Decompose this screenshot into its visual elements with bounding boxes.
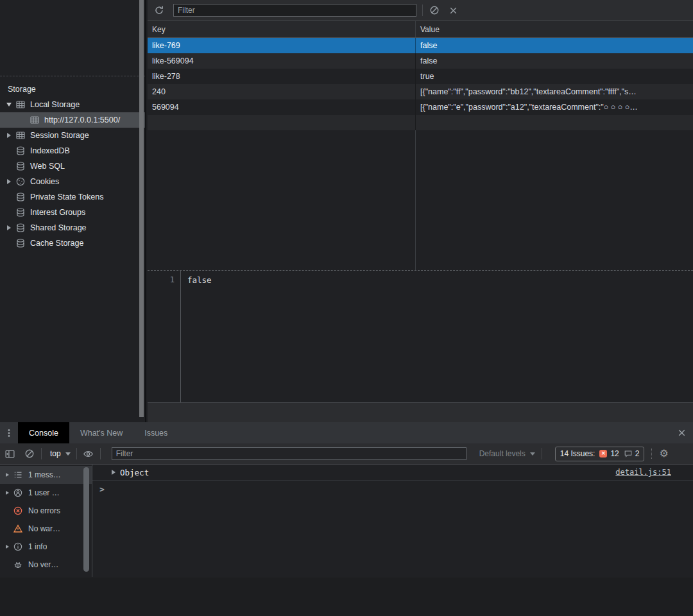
column-header-value[interactable]: Value <box>416 21 693 37</box>
toolbar-divider <box>41 448 42 459</box>
sidebar-item-label: 1 user … <box>28 488 60 497</box>
console-messages: Object detail.js:51 > <box>92 465 693 577</box>
console-sidebar-item-warnings[interactable]: No war… <box>0 520 92 538</box>
expand-arrow-icon[interactable] <box>4 99 14 110</box>
sidebar-item-web-sql[interactable]: Web SQL <box>0 158 145 174</box>
tree-item-label: Web SQL <box>30 162 65 171</box>
panel-footer-strip <box>148 402 693 422</box>
tree-item-label: Private State Tokens <box>30 193 103 201</box>
execution-context-selector[interactable]: top <box>47 449 71 458</box>
delete-selected-button[interactable] <box>429 4 440 16</box>
expand-arrow-placeholder <box>3 506 12 516</box>
source-location-link[interactable]: detail.js:51 <box>615 468 671 477</box>
issues-warning-count: 2 <box>635 449 640 458</box>
refresh-button[interactable] <box>153 4 165 16</box>
database-icon <box>15 238 26 248</box>
console-sidebar-item-info[interactable]: 1 info <box>0 538 92 556</box>
sidebar-item-localstorage-origin[interactable]: http://127.0.0.1:5500/ <box>0 112 145 128</box>
database-icon <box>15 207 26 218</box>
database-icon <box>15 192 26 202</box>
sidebar-item-indexeddb[interactable]: IndexedDB <box>0 143 145 158</box>
console-sidebar-item-messages[interactable]: 1 mess… <box>0 466 92 484</box>
sidebar-item-interest-groups[interactable]: Interest Groups <box>0 205 145 220</box>
expand-arrow-placeholder <box>3 524 12 534</box>
storage-filter-input[interactable] <box>173 4 416 17</box>
console-sidebar-item-user-messages[interactable]: 1 user … <box>0 484 92 502</box>
console-settings-button[interactable]: ⚙ <box>659 449 668 459</box>
table-row[interactable]: like-569094 false <box>148 53 693 69</box>
table-row[interactable]: 569094 [{"name":"e","password":"a12","te… <box>148 99 693 115</box>
table-icon <box>15 130 26 141</box>
console-sidebar-toggle-button[interactable] <box>4 448 15 459</box>
tab-whats-new[interactable]: What's New <box>69 422 133 443</box>
expand-arrow-icon[interactable] <box>3 542 12 552</box>
value-cell: false <box>416 38 693 53</box>
sidebar-item-cookies[interactable]: Cookies <box>0 174 145 189</box>
close-drawer-button[interactable] <box>677 422 687 443</box>
clear-console-button[interactable] <box>24 448 35 459</box>
drawer-tab-bar: Console What's New Issues <box>0 422 693 443</box>
issues-error-count: 12 <box>610 449 619 458</box>
console-sidebar-scrollbar[interactable] <box>83 467 89 572</box>
console-message-row[interactable]: Object detail.js:51 <box>92 465 693 481</box>
log-levels-dropdown[interactable]: Default levels <box>479 449 535 458</box>
local-storage-pane: Key Value like-769 false like-569094 fal… <box>148 0 693 422</box>
storage-section-title: Storage <box>0 76 145 97</box>
console-body: 1 mess… 1 user … No errors No war… <box>0 465 693 577</box>
sidebar-item-session-storage[interactable]: Session Storage <box>0 128 145 143</box>
log-levels-label: Default levels <box>479 449 526 458</box>
chevron-down-icon <box>530 452 535 456</box>
sidebar-item-cache-storage[interactable]: Cache Storage <box>0 235 145 251</box>
expand-arrow-icon[interactable] <box>3 488 12 498</box>
table-row[interactable]: like-769 false <box>148 38 693 53</box>
console-prompt[interactable]: > <box>92 481 693 494</box>
expand-arrow-icon[interactable] <box>4 130 14 141</box>
table-row[interactable]: 240 [{"name":"ff","password":"bb12","tex… <box>148 84 693 99</box>
tree-item-label: Cookies <box>30 177 59 186</box>
toolbar-divider <box>422 4 423 16</box>
console-object-text[interactable]: Object <box>120 468 149 477</box>
live-expression-button[interactable] <box>83 448 94 459</box>
clear-all-button[interactable] <box>447 4 459 16</box>
console-sidebar-item-verbose[interactable]: No ver… <box>0 556 92 574</box>
warning-icon <box>13 524 23 534</box>
sidebar-item-local-storage[interactable]: Local Storage <box>0 97 145 112</box>
issues-counter-button[interactable]: 14 Issues: ✕ 12 2 <box>555 447 645 461</box>
expand-arrow-icon[interactable] <box>4 176 14 187</box>
sidebar-item-shared-storage[interactable]: Shared Storage <box>0 220 145 235</box>
sidebar-panel-icon <box>4 449 15 459</box>
sidebar-scrollbar[interactable] <box>139 0 144 417</box>
value-preview-pane: 1 false <box>148 270 693 402</box>
console-filter-input[interactable] <box>112 447 466 460</box>
key-cell: like-769 <box>148 38 416 53</box>
sidebar-empty-area <box>0 0 145 76</box>
expand-arrow-icon[interactable] <box>3 470 12 480</box>
line-number-gutter: 1 <box>148 271 181 402</box>
value-cell: [{"name":"e","password":"a12","textareaC… <box>416 99 693 115</box>
devtools-window: Storage Local Storage http://127.0.0.1:5… <box>0 0 693 616</box>
column-header-key[interactable]: Key <box>148 21 416 37</box>
key-cell <box>148 115 416 130</box>
table-header: Key Value <box>148 21 693 38</box>
sidebar-item-private-state-tokens[interactable]: Private State Tokens <box>0 189 145 205</box>
table-row[interactable]: like-278 true <box>148 69 693 84</box>
application-panel: Storage Local Storage http://127.0.0.1:5… <box>0 0 693 422</box>
empty-filler-row[interactable] <box>148 115 693 130</box>
expand-arrow-icon[interactable] <box>4 223 14 233</box>
tab-issues[interactable]: Issues <box>133 422 178 443</box>
refresh-icon <box>154 5 164 15</box>
console-sidebar-item-errors[interactable]: No errors <box>0 502 92 520</box>
tab-console[interactable]: Console <box>18 422 69 443</box>
tree-item-label: Local Storage <box>30 100 80 109</box>
eye-icon <box>83 449 94 459</box>
expand-arrow-placeholder <box>4 238 14 248</box>
close-icon <box>677 428 687 438</box>
toolbar-divider <box>76 448 77 459</box>
more-tabs-menu-button[interactable] <box>4 422 14 443</box>
expand-arrow-placeholder <box>3 560 12 570</box>
sidebar-item-label: 1 info <box>28 542 47 551</box>
sidebar-item-label: No war… <box>28 524 60 533</box>
key-cell: 240 <box>148 84 416 99</box>
table-icon <box>30 115 40 125</box>
expand-object-arrow-icon[interactable] <box>112 470 116 475</box>
